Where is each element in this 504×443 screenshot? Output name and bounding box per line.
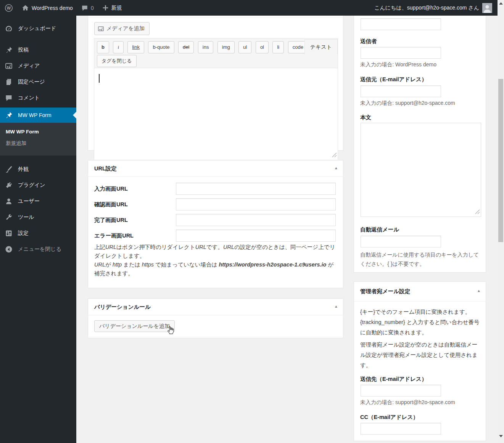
scroll-down-arrow[interactable] — [498, 433, 504, 439]
complete-screen-url-field[interactable] — [176, 214, 336, 226]
submenu-item-add-new[interactable]: 新規追加 — [0, 138, 76, 149]
resize-grip-icon[interactable] — [475, 209, 480, 216]
to-email-label: 送信先（E-mailアドレス） — [360, 376, 427, 383]
svg-text:W: W — [7, 6, 11, 10]
comments-icon — [5, 94, 13, 102]
quicktag-del-button[interactable]: del — [178, 41, 194, 53]
sidebar-item-dashboard[interactable]: ダッシュボード — [0, 21, 76, 36]
mail-body-textarea[interactable] — [361, 123, 481, 217]
mouse-cursor-pointer-icon — [166, 326, 175, 337]
new-label: 新規 — [111, 5, 122, 11]
admin-bar: W WordPress demo 0 新規 こんにちは、support@h2o-… — [0, 0, 498, 16]
confirm-screen-url-field[interactable] — [176, 198, 336, 210]
collapse-arrow-icon[interactable]: ▲ — [477, 289, 481, 293]
tab-text[interactable]: テキスト — [304, 39, 338, 55]
sidebar-item-plugins[interactable]: プラグイン — [0, 178, 76, 193]
auto-reply-label: 自動返信メール — [360, 226, 399, 233]
pin-icon — [5, 46, 13, 54]
quicktag-ul-button[interactable]: ul — [238, 41, 251, 53]
wordpress-logo-menu[interactable]: W — [0, 0, 18, 16]
text-editor-container: b i link b-quote del ins img ul ol li co… — [94, 38, 338, 160]
sidebar-item-mw-wp-form[interactable]: MW WP Form — [0, 108, 76, 123]
form-editor-panel: メディアを追加 ビジュアル テキスト b i link b-quote del … — [88, 16, 343, 151]
user-greeting[interactable]: こんにちは、support@h2o-space.com さん — [374, 5, 479, 11]
submenu-item-mw-wp-form[interactable]: MW WP Form — [0, 126, 76, 138]
sender-field[interactable] — [361, 47, 441, 59]
field-label: エラー画面URL — [94, 230, 134, 242]
site-name-link[interactable]: WordPress demo — [18, 0, 77, 16]
media-icon — [5, 62, 13, 70]
quicktag-close-tags-button[interactable]: タグを閉じる — [97, 55, 137, 67]
sidebar-item-appearance[interactable]: 外観 — [0, 162, 76, 177]
comment-bubble-icon — [81, 5, 88, 11]
collapse-arrow-icon[interactable]: ▲ — [334, 166, 338, 170]
to-email-field[interactable] — [361, 385, 441, 396]
admin-mail-description-1: {キー}でそのフォーム項目に変換されます。 {tracking_number} … — [360, 307, 481, 338]
form-content-textarea[interactable] — [94, 68, 338, 160]
auto-reply-hint: 自動返信メールに使用する項目のキーを入力してください。{ }は不要です。 — [360, 250, 482, 268]
quicktag-ins-button[interactable]: ins — [198, 41, 214, 53]
validation-rules-header[interactable]: バリデーションルール ▲ — [88, 299, 343, 315]
comments-link[interactable]: 0 — [77, 0, 98, 16]
from-email-field[interactable] — [361, 85, 441, 97]
plugins-icon — [5, 181, 13, 189]
error-screen-url-field[interactable] — [176, 230, 336, 242]
auto-reply-field[interactable] — [361, 236, 441, 247]
sidebar-item-posts[interactable]: 投稿 — [0, 43, 76, 57]
editor-top-divider — [88, 18, 343, 18]
description-line: 上記URLはボタン押下時のリダイレクトURLです。URLの設定が空のときは、同一… — [94, 244, 335, 259]
admin-mail-settings-panel: 管理者宛メール設定 ▲ {キー}でそのフォーム項目に変換されます。 {track… — [354, 281, 486, 441]
scroll-up-arrow[interactable] — [498, 0, 504, 6]
dashboard-icon — [5, 25, 13, 32]
vertical-scrollbar[interactable] — [498, 0, 504, 443]
subject-field[interactable] — [361, 18, 441, 30]
resize-grip-icon[interactable] — [332, 152, 337, 159]
url-settings-header[interactable]: URL設定 ▲ — [88, 161, 343, 177]
admin-mail-settings-header[interactable]: 管理者宛メール設定 ▲ — [354, 282, 486, 302]
quicktag-bold-button[interactable]: b — [97, 41, 109, 53]
sidebar-item-tools[interactable]: ツール — [0, 210, 76, 225]
new-content-link[interactable]: 新規 — [98, 0, 126, 16]
url-settings-panel: URL設定 ▲ 入力画面URL 確認画面URL 完了画面URL エラー画面URL… — [88, 160, 343, 288]
sidebar-item-users[interactable]: ユーザー — [0, 194, 76, 209]
users-icon — [5, 197, 13, 205]
sidebar-item-pages[interactable]: 固定ページ — [0, 75, 76, 89]
mw-wp-form-submenu: MW WP Form 新規追加 — [0, 123, 76, 156]
quicktag-li-button[interactable]: li — [272, 41, 284, 53]
comment-count: 0 — [91, 5, 94, 11]
url-settings-description: 上記URLはボタン押下時のリダイレクトURLです。URLの設定が空のときは、同一… — [94, 243, 338, 278]
avatar[interactable] — [482, 3, 492, 13]
add-media-button[interactable]: メディアを追加 — [94, 22, 150, 35]
collapse-arrow-icon[interactable]: ▲ — [334, 304, 338, 308]
input-screen-url-field[interactable] — [176, 183, 336, 195]
quicktag-blockquote-button[interactable]: b-quote — [148, 41, 174, 53]
sidebar-item-comments[interactable]: コメント — [0, 91, 76, 105]
sender-hint: 未入力の場合: WordPress demo — [360, 61, 436, 68]
field-label: 確認画面URL — [94, 198, 128, 210]
admin-sidebar: ダッシュボード 投稿 メディア 固定ページ コメント — [0, 16, 76, 443]
add-media-icon — [98, 26, 104, 32]
sidebar-item-media[interactable]: メディア — [0, 59, 76, 73]
quicktag-link-button[interactable]: link — [127, 41, 144, 53]
complete-url-row: 完了画面URL — [88, 214, 343, 226]
add-validation-rule-button[interactable]: バリデーションルールを追加 — [94, 320, 175, 332]
sidebar-item-settings[interactable]: 設定 — [0, 226, 76, 241]
panel-title: バリデーションルール — [94, 303, 151, 311]
admin-mail-description-2: 管理者宛メール設定が空のときは自動返信メール設定が管理者宛メール設定として使用さ… — [360, 340, 481, 371]
cc-email-field[interactable] — [361, 423, 441, 435]
panel-title: URL設定 — [94, 165, 117, 172]
quicktag-italic-button[interactable]: i — [113, 41, 124, 53]
error-url-row: エラー画面URL — [88, 230, 343, 242]
wordpress-admin-page: W WordPress demo 0 新規 こんにちは、support@h2o-… — [0, 0, 504, 443]
pin-icon — [5, 111, 13, 119]
validation-rules-panel: バリデーションルール ▲ バリデーションルールを追加 — [88, 299, 343, 338]
scrollbar-thumb[interactable] — [498, 79, 503, 242]
quicktag-img-button[interactable]: img — [217, 41, 235, 53]
sidebar-item-collapse-menu[interactable]: メニューを閉じる — [0, 242, 76, 257]
cc-email-label: CC（E-mailアドレス） — [360, 414, 419, 421]
quicktag-ol-button[interactable]: ol — [256, 41, 269, 53]
from-email-label: 送信元（E-mailアドレス） — [360, 76, 427, 83]
settings-icon — [5, 230, 13, 237]
mail-body-label: 本文 — [360, 114, 371, 121]
appearance-icon — [5, 165, 13, 173]
